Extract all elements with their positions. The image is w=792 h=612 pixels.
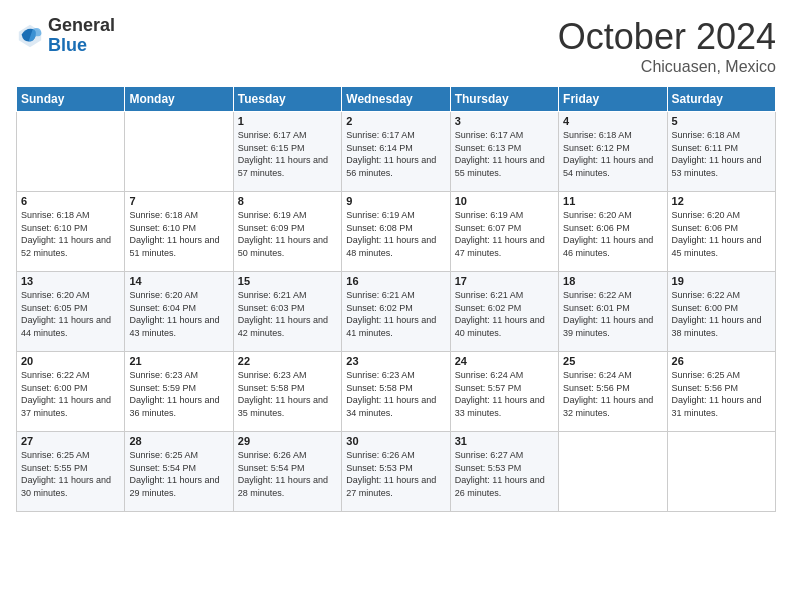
day-info: Sunrise: 6:20 AM Sunset: 6:04 PM Dayligh…	[129, 289, 228, 339]
day-number: 2	[346, 115, 445, 127]
day-info: Sunrise: 6:25 AM Sunset: 5:54 PM Dayligh…	[129, 449, 228, 499]
day-info: Sunrise: 6:18 AM Sunset: 6:12 PM Dayligh…	[563, 129, 662, 179]
calendar-week-4: 20Sunrise: 6:22 AM Sunset: 6:00 PM Dayli…	[17, 352, 776, 432]
calendar-cell: 2Sunrise: 6:17 AM Sunset: 6:14 PM Daylig…	[342, 112, 450, 192]
calendar-cell: 22Sunrise: 6:23 AM Sunset: 5:58 PM Dayli…	[233, 352, 341, 432]
day-info: Sunrise: 6:27 AM Sunset: 5:53 PM Dayligh…	[455, 449, 554, 499]
day-number: 15	[238, 275, 337, 287]
logo-icon	[16, 22, 44, 50]
day-info: Sunrise: 6:20 AM Sunset: 6:06 PM Dayligh…	[563, 209, 662, 259]
calendar-cell	[125, 112, 233, 192]
weekday-header-tuesday: Tuesday	[233, 87, 341, 112]
day-info: Sunrise: 6:23 AM Sunset: 5:58 PM Dayligh…	[346, 369, 445, 419]
calendar-cell: 29Sunrise: 6:26 AM Sunset: 5:54 PM Dayli…	[233, 432, 341, 512]
day-number: 10	[455, 195, 554, 207]
weekday-header-monday: Monday	[125, 87, 233, 112]
day-number: 23	[346, 355, 445, 367]
calendar-cell: 4Sunrise: 6:18 AM Sunset: 6:12 PM Daylig…	[559, 112, 667, 192]
calendar-cell: 6Sunrise: 6:18 AM Sunset: 6:10 PM Daylig…	[17, 192, 125, 272]
page-header: General Blue October 2024 Chicuasen, Mex…	[16, 16, 776, 76]
calendar-cell	[559, 432, 667, 512]
calendar-week-3: 13Sunrise: 6:20 AM Sunset: 6:05 PM Dayli…	[17, 272, 776, 352]
day-number: 24	[455, 355, 554, 367]
day-info: Sunrise: 6:21 AM Sunset: 6:02 PM Dayligh…	[455, 289, 554, 339]
calendar-week-2: 6Sunrise: 6:18 AM Sunset: 6:10 PM Daylig…	[17, 192, 776, 272]
calendar-cell: 18Sunrise: 6:22 AM Sunset: 6:01 PM Dayli…	[559, 272, 667, 352]
calendar-cell	[667, 432, 775, 512]
day-number: 9	[346, 195, 445, 207]
calendar-cell: 24Sunrise: 6:24 AM Sunset: 5:57 PM Dayli…	[450, 352, 558, 432]
calendar-cell	[17, 112, 125, 192]
calendar-cell: 16Sunrise: 6:21 AM Sunset: 6:02 PM Dayli…	[342, 272, 450, 352]
calendar-cell: 30Sunrise: 6:26 AM Sunset: 5:53 PM Dayli…	[342, 432, 450, 512]
day-number: 3	[455, 115, 554, 127]
day-number: 14	[129, 275, 228, 287]
calendar-cell: 27Sunrise: 6:25 AM Sunset: 5:55 PM Dayli…	[17, 432, 125, 512]
weekday-header-sunday: Sunday	[17, 87, 125, 112]
day-info: Sunrise: 6:26 AM Sunset: 5:53 PM Dayligh…	[346, 449, 445, 499]
day-info: Sunrise: 6:24 AM Sunset: 5:57 PM Dayligh…	[455, 369, 554, 419]
day-number: 28	[129, 435, 228, 447]
calendar-cell: 31Sunrise: 6:27 AM Sunset: 5:53 PM Dayli…	[450, 432, 558, 512]
calendar-cell: 10Sunrise: 6:19 AM Sunset: 6:07 PM Dayli…	[450, 192, 558, 272]
day-number: 11	[563, 195, 662, 207]
day-number: 22	[238, 355, 337, 367]
calendar-week-5: 27Sunrise: 6:25 AM Sunset: 5:55 PM Dayli…	[17, 432, 776, 512]
day-info: Sunrise: 6:22 AM Sunset: 6:00 PM Dayligh…	[672, 289, 771, 339]
calendar-cell: 12Sunrise: 6:20 AM Sunset: 6:06 PM Dayli…	[667, 192, 775, 272]
day-info: Sunrise: 6:22 AM Sunset: 6:01 PM Dayligh…	[563, 289, 662, 339]
day-info: Sunrise: 6:17 AM Sunset: 6:13 PM Dayligh…	[455, 129, 554, 179]
day-info: Sunrise: 6:22 AM Sunset: 6:00 PM Dayligh…	[21, 369, 120, 419]
day-number: 5	[672, 115, 771, 127]
day-number: 17	[455, 275, 554, 287]
day-number: 12	[672, 195, 771, 207]
day-info: Sunrise: 6:19 AM Sunset: 6:08 PM Dayligh…	[346, 209, 445, 259]
day-number: 8	[238, 195, 337, 207]
calendar-cell: 1Sunrise: 6:17 AM Sunset: 6:15 PM Daylig…	[233, 112, 341, 192]
calendar-cell: 28Sunrise: 6:25 AM Sunset: 5:54 PM Dayli…	[125, 432, 233, 512]
day-info: Sunrise: 6:19 AM Sunset: 6:09 PM Dayligh…	[238, 209, 337, 259]
day-info: Sunrise: 6:17 AM Sunset: 6:15 PM Dayligh…	[238, 129, 337, 179]
day-number: 19	[672, 275, 771, 287]
weekday-header-friday: Friday	[559, 87, 667, 112]
calendar-cell: 7Sunrise: 6:18 AM Sunset: 6:10 PM Daylig…	[125, 192, 233, 272]
day-info: Sunrise: 6:18 AM Sunset: 6:10 PM Dayligh…	[21, 209, 120, 259]
day-info: Sunrise: 6:25 AM Sunset: 5:55 PM Dayligh…	[21, 449, 120, 499]
calendar-cell: 26Sunrise: 6:25 AM Sunset: 5:56 PM Dayli…	[667, 352, 775, 432]
day-number: 18	[563, 275, 662, 287]
calendar-cell: 15Sunrise: 6:21 AM Sunset: 6:03 PM Dayli…	[233, 272, 341, 352]
month-title: October 2024	[558, 16, 776, 58]
day-number: 13	[21, 275, 120, 287]
day-info: Sunrise: 6:23 AM Sunset: 5:58 PM Dayligh…	[238, 369, 337, 419]
calendar-cell: 21Sunrise: 6:23 AM Sunset: 5:59 PM Dayli…	[125, 352, 233, 432]
calendar-cell: 3Sunrise: 6:17 AM Sunset: 6:13 PM Daylig…	[450, 112, 558, 192]
logo-text: General Blue	[48, 16, 115, 56]
day-number: 21	[129, 355, 228, 367]
calendar-cell: 11Sunrise: 6:20 AM Sunset: 6:06 PM Dayli…	[559, 192, 667, 272]
calendar-cell: 25Sunrise: 6:24 AM Sunset: 5:56 PM Dayli…	[559, 352, 667, 432]
day-info: Sunrise: 6:17 AM Sunset: 6:14 PM Dayligh…	[346, 129, 445, 179]
day-number: 25	[563, 355, 662, 367]
logo: General Blue	[16, 16, 115, 56]
day-number: 29	[238, 435, 337, 447]
day-number: 31	[455, 435, 554, 447]
day-number: 27	[21, 435, 120, 447]
day-info: Sunrise: 6:24 AM Sunset: 5:56 PM Dayligh…	[563, 369, 662, 419]
weekday-header-wednesday: Wednesday	[342, 87, 450, 112]
day-number: 20	[21, 355, 120, 367]
day-info: Sunrise: 6:18 AM Sunset: 6:11 PM Dayligh…	[672, 129, 771, 179]
calendar-table: SundayMondayTuesdayWednesdayThursdayFrid…	[16, 86, 776, 512]
calendar-week-1: 1Sunrise: 6:17 AM Sunset: 6:15 PM Daylig…	[17, 112, 776, 192]
day-info: Sunrise: 6:21 AM Sunset: 6:02 PM Dayligh…	[346, 289, 445, 339]
calendar-cell: 9Sunrise: 6:19 AM Sunset: 6:08 PM Daylig…	[342, 192, 450, 272]
calendar-cell: 8Sunrise: 6:19 AM Sunset: 6:09 PM Daylig…	[233, 192, 341, 272]
location: Chicuasen, Mexico	[558, 58, 776, 76]
day-number: 26	[672, 355, 771, 367]
calendar-cell: 5Sunrise: 6:18 AM Sunset: 6:11 PM Daylig…	[667, 112, 775, 192]
calendar-cell: 19Sunrise: 6:22 AM Sunset: 6:00 PM Dayli…	[667, 272, 775, 352]
day-number: 30	[346, 435, 445, 447]
calendar-cell: 20Sunrise: 6:22 AM Sunset: 6:00 PM Dayli…	[17, 352, 125, 432]
weekday-header-thursday: Thursday	[450, 87, 558, 112]
day-info: Sunrise: 6:26 AM Sunset: 5:54 PM Dayligh…	[238, 449, 337, 499]
day-number: 6	[21, 195, 120, 207]
